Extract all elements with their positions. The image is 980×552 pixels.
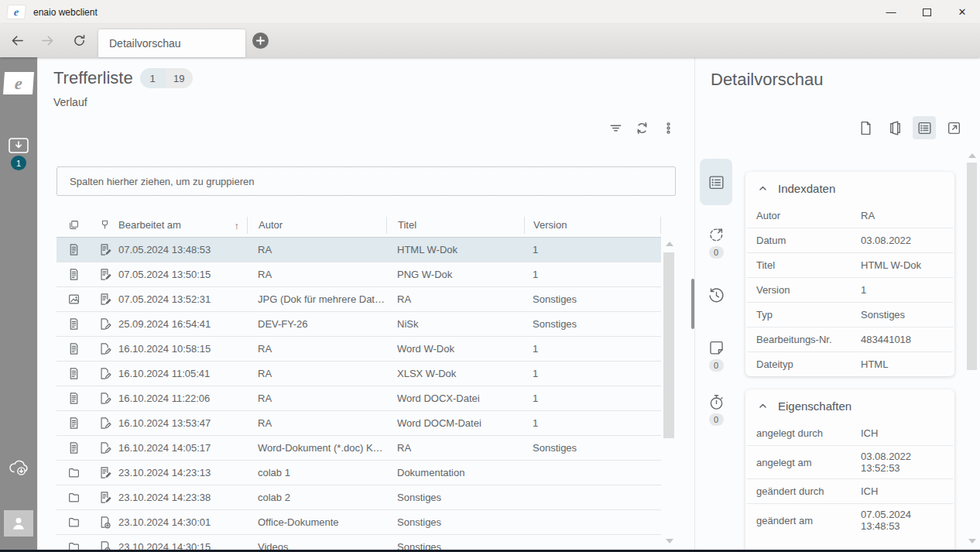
row-object-state (91, 317, 118, 331)
table-row[interactable]: 25.09.2024 16:54:41 DEV-FY-26 NiSk Sonst… (57, 312, 661, 337)
table-row[interactable]: 23.10.2024 14:23:13 colab 1 Dokumentatio… (57, 461, 661, 485)
edit-lines-icon (98, 243, 111, 256)
sort-ascending-icon[interactable]: ↑ (235, 220, 240, 231)
minimize-button[interactable]: — (873, 0, 909, 24)
table-row[interactable]: 23.10.2024 14:23:38 colab 2 Sonstiges (57, 485, 661, 510)
scrollbar-thumb[interactable] (663, 252, 674, 438)
properties-rows: angelegt durch ICH angelegt am 03.08.202… (745, 420, 954, 537)
row-object-state (91, 342, 118, 355)
field-label: Version (756, 284, 861, 296)
tab-label: Detailvorschau (109, 37, 181, 50)
field-label: angelegt am (756, 457, 861, 468)
field-label: Autor (756, 210, 861, 221)
detail-scrollbar[interactable] (967, 150, 978, 550)
group-by-dropzone[interactable]: Spalten hierher ziehen, um zu gruppieren (57, 166, 676, 196)
object-type-column-icon[interactable] (57, 219, 91, 231)
tab-references[interactable]: 0 (700, 226, 732, 259)
document-icon (67, 268, 81, 281)
package-view-icon[interactable] (883, 116, 906, 139)
column-bearbeitet-am[interactable]: Bearbeitet am ↑ (118, 219, 247, 231)
refresh-icon[interactable] (634, 120, 649, 135)
forward-button[interactable] (39, 33, 56, 50)
tab-indexdata[interactable] (700, 159, 732, 205)
table-row[interactable]: 07.05.2024 13:48:53 RA HTML W-Dok 1 (57, 238, 661, 262)
add-icon (98, 516, 111, 529)
indexdata-rows: Autor RA Datum 03.08.2022 Titel HTML W-D… (745, 203, 954, 376)
row-object-state (91, 491, 118, 504)
window-controls: — ✕ (873, 0, 980, 24)
scroll-down-arrow[interactable] (666, 539, 673, 543)
cell-titel: Word DOCM-Datei (386, 417, 524, 429)
tab-timer[interactable]: 0 (700, 393, 732, 426)
tab-detailvorschau[interactable]: Detailvorschau (98, 29, 245, 57)
file-preview-icon[interactable] (854, 116, 877, 139)
field-value: ICH (861, 423, 944, 444)
scroll-down-arrow[interactable] (968, 539, 976, 543)
filter-icon[interactable] (608, 120, 623, 135)
close-button[interactable]: ✕ (944, 0, 980, 24)
cell-autor: RA (247, 393, 386, 404)
row-object-type (57, 293, 91, 306)
column-version[interactable]: Version (524, 217, 661, 234)
row-object-type (57, 466, 91, 479)
table-scrollbar[interactable] (663, 240, 675, 550)
tab-notes[interactable]: 0 (700, 339, 732, 372)
detail-view-switcher (854, 116, 965, 139)
table-row[interactable]: 16.10.2024 14:05:17 Word-Dokument (*.doc… (57, 436, 661, 461)
field-value: 03.08.2022 13:52:53 (861, 446, 944, 478)
field-value: RA (861, 205, 944, 226)
document-icon (67, 243, 81, 256)
scroll-up-arrow[interactable] (666, 242, 673, 246)
properties-header[interactable]: Eigenschaften (745, 389, 954, 420)
back-button[interactable] (9, 33, 26, 50)
row-object-type (57, 317, 91, 331)
table-row[interactable]: 23.10.2024 14:30:01 Office-Dokumente Son… (57, 510, 661, 535)
selected-count: 1 (140, 68, 166, 88)
detail-field-row: Datum 03.08.2022 (747, 228, 953, 252)
open-external-icon[interactable] (942, 116, 965, 139)
add-tab-button[interactable] (252, 33, 269, 49)
cell-titel: Sonstiges (386, 492, 524, 503)
scrollbar-thumb[interactable] (967, 163, 977, 370)
download-tray-icon[interactable] (9, 138, 29, 153)
cell-autor: DEV-FY-26 (247, 318, 386, 330)
detail-side-tabs: 0 0 0 (700, 159, 732, 205)
edit-icon (98, 417, 111, 430)
maximize-button[interactable] (909, 0, 944, 24)
user-avatar[interactable] (4, 510, 33, 537)
cell-titel: HTML W-Dok (386, 244, 524, 255)
row-object-type (57, 367, 91, 380)
table-row[interactable]: 16.10.2024 10:58:15 RA Word W-Dok 1 (57, 337, 661, 362)
table-row[interactable]: 16.10.2024 13:53:47 RA Word DOCM-Datei 1 (57, 411, 661, 436)
kebab-menu-icon[interactable] (660, 120, 676, 135)
row-object-type (57, 392, 91, 405)
column-autor[interactable]: Autor (247, 217, 386, 234)
enaio-sidebar-logo-icon[interactable]: e (3, 72, 34, 94)
folder-icon (67, 466, 81, 479)
cell-autor: JPG (Dok für mehrere Datei… (247, 293, 386, 305)
cell-version: 1 (524, 269, 661, 280)
column-titel[interactable]: Titel (386, 217, 524, 234)
detail-field-row: angelegt am 03.08.2022 13:52:53 (747, 445, 953, 478)
scroll-up-arrow[interactable] (968, 153, 976, 158)
detail-title: Detailvorschau (711, 70, 824, 90)
table-row[interactable]: 07.05.2024 13:50:15 RA PNG W-Dok 1 (57, 262, 661, 287)
indexdata-header[interactable]: Indexdaten (745, 172, 954, 203)
index-data-view-icon[interactable] (913, 116, 936, 139)
cell-titel: Sonstiges (386, 516, 524, 528)
cell-bearbeitet-am: 16.10.2024 14:05:17 (118, 442, 247, 454)
detail-field-row: angelegt durch ICH (747, 420, 953, 445)
row-object-type (57, 491, 91, 504)
detail-field-row: Bearbeitungs-Nr. 483441018 (747, 327, 953, 351)
field-value: 03.08.2022 (861, 230, 944, 251)
table-row[interactable]: 16.10.2024 11:05:41 RA XLSX W-Dok 1 (57, 362, 661, 386)
table-row[interactable]: 07.05.2024 13:52:31 JPG (Dok für mehrere… (57, 287, 661, 312)
cloud-download-icon[interactable] (7, 458, 30, 477)
reload-button[interactable] (70, 33, 87, 50)
tab-history[interactable] (700, 286, 732, 304)
cell-bearbeitet-am: 07.05.2024 13:48:53 (118, 244, 247, 255)
indexdata-card: Indexdaten Autor RA Datum 03.08.2022 (745, 172, 954, 376)
table-row[interactable]: 16.10.2024 11:22:06 RA Word DOCX-Datei 1 (57, 386, 661, 411)
object-state-column-icon[interactable] (91, 219, 118, 231)
row-object-type (57, 516, 91, 529)
